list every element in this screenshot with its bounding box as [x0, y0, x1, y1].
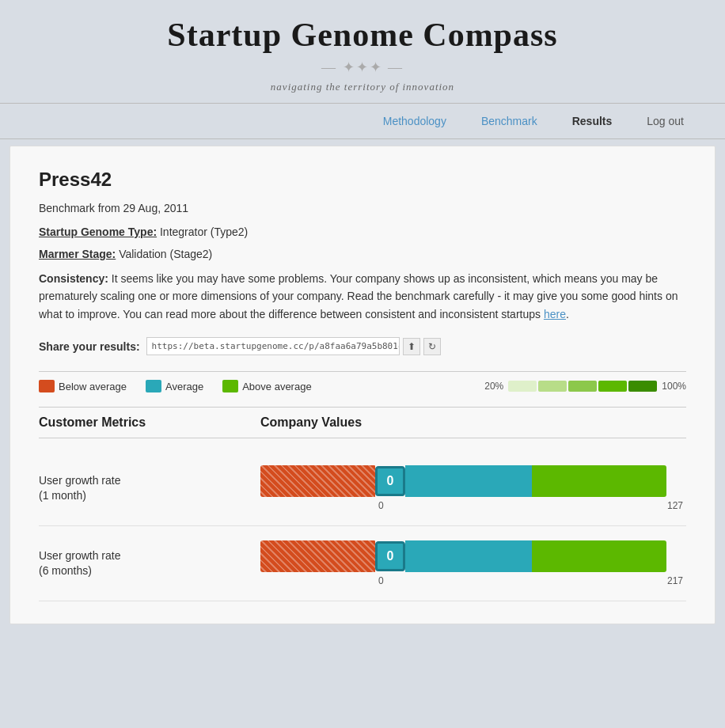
metric-row-ugr-6month: User growth rate(6 months) 0 0 217 — [39, 526, 686, 601]
consistency-block: Consistency: It seems like you may have … — [39, 270, 686, 323]
genome-type-value-text: Integrator (Type2) — [160, 226, 248, 238]
bar-above-ugr-1month — [532, 465, 666, 497]
consistency-label: Consistency: — [39, 272, 108, 285]
metric-label-ugr-6month: User growth rate(6 months) — [39, 548, 260, 579]
marmer-stage-row: Marmer Stage: Validation (Stage2) — [39, 248, 686, 260]
marmer-stage-label: Marmer Stage: — [39, 248, 116, 260]
bar-average-ugr-1month — [405, 465, 532, 497]
main-nav: Methodology Benchmark Results Log out — [0, 103, 725, 139]
legend-above: Above average — [222, 380, 311, 392]
consistency-link[interactable]: here — [544, 308, 566, 320]
bar-wrapper-ugr-1month: 0 — [260, 465, 686, 497]
page-title: Startup Genome Compass — [0, 16, 725, 54]
legend-above-label: Above average — [242, 381, 311, 392]
nav-methodology[interactable]: Methodology — [366, 104, 464, 138]
metric-row-ugr-1month: User growth rate(1 month) 0 0 127 — [39, 451, 686, 526]
legend-below: Below average — [39, 380, 127, 392]
bar-wrapper-ugr-6month: 0 — [260, 540, 686, 572]
share-row: Share your results: https://beta.startup… — [39, 337, 686, 355]
bar-labels-ugr-6month: 0 217 — [260, 575, 686, 586]
legend-divider — [39, 371, 686, 372]
nav-benchmark[interactable]: Benchmark — [464, 104, 555, 138]
scale-box-4 — [598, 381, 627, 392]
share-url[interactable]: https://beta.startupgenome.cc/p/a8faa6a7… — [146, 337, 400, 355]
share-refresh-button[interactable]: ↻ — [423, 338, 441, 355]
genome-type-label: Startup Genome Type: — [39, 226, 157, 238]
scale-box-1 — [508, 381, 537, 392]
nav-logout[interactable]: Log out — [629, 104, 701, 138]
legend-average-box — [146, 380, 161, 392]
company-name: Press42 — [39, 169, 686, 191]
metrics-header: Customer Metrics Company Values — [39, 415, 686, 438]
main-content: Press42 Benchmark from 29 Aug, 2011 Star… — [9, 146, 716, 624]
bar-marker-ugr-1month: 0 — [375, 466, 405, 496]
legend-above-box — [222, 380, 238, 392]
scale-start-label: 20% — [484, 381, 503, 392]
legend-below-label: Below average — [59, 381, 127, 392]
page-header: Startup Genome Compass — ✦✦✦ — navigatin… — [0, 0, 725, 93]
bar-below-ugr-1month — [260, 465, 375, 497]
consistency-period: . — [566, 308, 569, 320]
benchmark-date: Benchmark from 29 Aug, 2011 — [39, 202, 686, 214]
scale-box-5 — [628, 381, 657, 392]
metrics-divider — [39, 407, 686, 408]
legend-row: Below average Average Above average 20% … — [39, 380, 686, 392]
scale-boxes — [508, 381, 657, 392]
marmer-stage-value-text: Validation (Stage2) — [119, 248, 212, 260]
genome-type-row: Startup Genome Type: Integrator (Type2) — [39, 226, 686, 238]
bar-below-ugr-6month — [260, 540, 375, 572]
col1-label: Customer Metrics — [39, 415, 260, 430]
nav-results[interactable]: Results — [555, 104, 630, 138]
legend-average-label: Average — [165, 381, 203, 392]
bar-label-val-ugr-6month: 217 — [667, 575, 683, 586]
scale-box-2 — [538, 381, 567, 392]
col2-label: Company Values — [260, 415, 686, 430]
legend-below-box — [39, 380, 55, 392]
bar-label-zero-ugr-6month: 0 — [378, 575, 384, 586]
header-subtitle: navigating the territory of innovation — [0, 81, 725, 93]
bar-marker-ugr-6month: 0 — [375, 541, 405, 571]
consistency-text: It seems like you may have some problems… — [39, 272, 678, 320]
bar-labels-ugr-1month: 0 127 — [260, 500, 686, 511]
bar-label-val-ugr-1month: 127 — [667, 500, 683, 511]
bar-label-zero-ugr-1month: 0 — [378, 500, 384, 511]
dna-decoration: — ✦✦✦ — — [0, 59, 725, 76]
bar-above-ugr-6month — [532, 540, 666, 572]
metric-bar-ugr-1month: 0 0 127 — [260, 465, 686, 511]
scale-box-3 — [568, 381, 597, 392]
legend-scale: 20% 100% — [484, 381, 686, 392]
scale-end-label: 100% — [662, 381, 686, 392]
share-label: Share your results: — [39, 340, 140, 353]
share-copy-button[interactable]: ⬆ — [403, 338, 420, 355]
metric-bar-ugr-6month: 0 0 217 — [260, 540, 686, 586]
legend-average: Average — [146, 380, 203, 392]
metric-label-ugr-1month: User growth rate(1 month) — [39, 473, 260, 504]
bar-average-ugr-6month — [405, 540, 532, 572]
